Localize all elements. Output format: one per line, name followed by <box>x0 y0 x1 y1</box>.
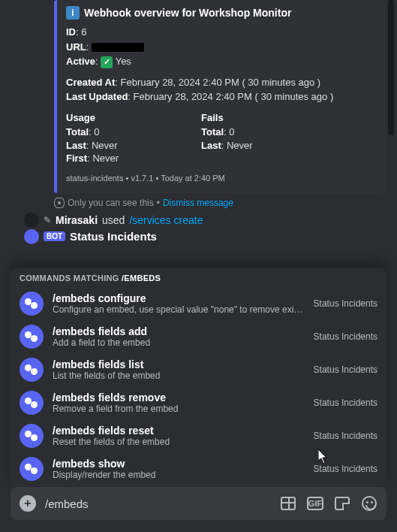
command-used-line: ✎ Mirasaki used /services create <box>24 213 385 228</box>
autocomplete-header: COMMANDS MATCHING /embeds <box>11 268 386 287</box>
emoji-icon[interactable] <box>361 495 377 512</box>
command-name: /embeds fields list <box>53 358 305 370</box>
autocomplete-item[interactable]: /embeds fields listList the fields of th… <box>11 353 386 386</box>
command-source: Status Incidents <box>314 431 377 441</box>
autocomplete-item[interactable]: /embeds showDisplay/render the embedStat… <box>11 452 386 485</box>
usage-title: Usage <box>66 111 171 125</box>
embed-title-text: Webhook overview for Workshop Monitor <box>84 7 291 19</box>
autocomplete-item[interactable]: /embeds fields resetReset the fields of … <box>11 419 386 452</box>
command-desc: Display/render the embed <box>53 470 305 480</box>
pencil-icon: ✎ <box>44 215 51 225</box>
attach-button[interactable]: + <box>20 495 36 512</box>
bot-tag: BOT <box>44 231 65 241</box>
autocomplete-item[interactable]: /embeds fields removeRemove a field from… <box>11 386 386 419</box>
ephemeral-text: Only you can see this <box>68 198 154 208</box>
check-icon: ✓ <box>101 56 113 68</box>
url-label: URL <box>66 41 86 53</box>
reply-command[interactable]: /services create <box>129 214 203 226</box>
command-name: /embeds fields remove <box>53 391 305 404</box>
bot-app-icon <box>20 424 44 448</box>
command-desc: Reset the fields of the embed <box>53 437 305 447</box>
url-redacted <box>92 43 144 52</box>
autocomplete-item[interactable]: /embeds fields addAdd a field to the emb… <box>11 320 386 353</box>
created-label: Created At <box>66 77 115 88</box>
avatar <box>24 213 39 228</box>
message-input-bar: + /embeds GIF <box>11 487 386 520</box>
id-label: ID <box>66 26 76 38</box>
command-desc: Add a field to the embed <box>53 337 305 348</box>
updated-label: Last Updated <box>66 91 128 102</box>
command-source: Status Incidents <box>314 397 377 408</box>
bot-app-icon <box>20 292 44 316</box>
fails-title: Fails <box>201 111 306 125</box>
command-source: Status Incidents <box>314 364 377 375</box>
usage-column: Usage Total: 0 Last: Never First: Never <box>66 111 171 165</box>
bot-name[interactable]: Status Incidents <box>70 230 157 243</box>
dismiss-link[interactable]: Dismiss message <box>163 198 233 208</box>
sticker-icon[interactable] <box>334 495 350 512</box>
bot-app-icon <box>20 391 44 415</box>
active-label: Active <box>66 56 95 67</box>
command-desc: Remove a field from the embed <box>53 404 305 414</box>
created-value: February 28, 2024 2:40 PM <box>121 77 239 88</box>
command-desc: Configure an embed, use special value "n… <box>53 304 305 315</box>
active-value: Yes <box>116 56 131 67</box>
command-name: /embeds configure <box>53 292 305 304</box>
message-input[interactable]: /embeds <box>45 497 271 510</box>
gif-button[interactable]: GIF <box>307 497 323 510</box>
command-name: /embeds fields add <box>53 325 305 337</box>
bot-message-header: BOT Status Incidents <box>24 229 385 244</box>
webhook-embed: i Webhook overview for Workshop Monitor … <box>54 0 385 193</box>
updated-value: February 28, 2024 2:40 PM <box>134 91 252 102</box>
scrollbar-thumb[interactable] <box>388 0 394 135</box>
fails-column: Fails Total: 0 Last: Never <box>201 111 306 165</box>
embed-footer: status-incidentsv1.7.1Today at 2:40 PM <box>66 173 373 184</box>
reply-user[interactable]: Mirasaki <box>56 214 98 226</box>
ephemeral-notice: Only you can see this • Dismiss message <box>54 198 385 208</box>
command-source: Status Incidents <box>314 298 377 309</box>
command-source: Status Incidents <box>314 331 377 342</box>
bot-app-icon <box>20 325 44 349</box>
bot-avatar <box>24 229 39 244</box>
eye-icon <box>54 198 65 208</box>
bot-app-icon <box>20 358 44 382</box>
command-name: /embeds show <box>53 458 305 470</box>
created-rel: ( 30 minutes ago ) <box>242 77 320 88</box>
command-source: Status Incidents <box>314 464 377 474</box>
command-name: /embeds fields reset <box>53 425 305 437</box>
gift-icon[interactable] <box>280 495 296 512</box>
embed-title: i Webhook overview for Workshop Monitor <box>66 6 373 20</box>
info-icon: i <box>66 6 80 20</box>
updated-rel: ( 30 minutes ago ) <box>254 91 333 102</box>
bot-app-icon <box>20 457 44 481</box>
command-autocomplete: COMMANDS MATCHING /embeds /embeds config… <box>11 267 386 485</box>
command-desc: List the fields of the embed <box>53 370 305 381</box>
autocomplete-item[interactable]: /embeds configureConfigure an embed, use… <box>11 287 386 320</box>
id-value: 6 <box>81 26 86 38</box>
